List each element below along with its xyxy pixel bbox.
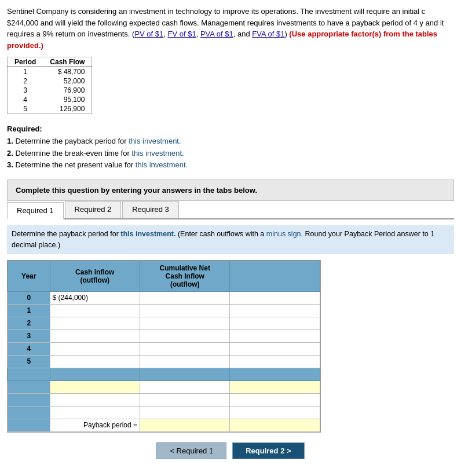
extra-row-3-cash bbox=[50, 406, 140, 419]
instruction-text: Determine the payback period for this in… bbox=[7, 225, 454, 254]
cash-flow-table: Period Cash Flow 1 $ 48,700 2 52,000 3 7… bbox=[7, 57, 92, 114]
extra-row-1-year bbox=[8, 380, 50, 393]
forward-label: Required 2 bbox=[246, 446, 284, 455]
year-2-cash-cell bbox=[50, 317, 140, 329]
year-1-cash-cell bbox=[50, 304, 140, 317]
tab-required-1[interactable]: Required 1 bbox=[7, 202, 64, 219]
payback-period-extra bbox=[230, 419, 320, 431]
year-0-dollar: $ bbox=[53, 294, 57, 302]
required-item-1: 1. Determine the payback period for this… bbox=[7, 136, 454, 148]
spacer-cell-2 bbox=[50, 368, 140, 380]
year-0-cumulative-cell bbox=[140, 291, 230, 304]
year-4-extra-cell bbox=[230, 342, 320, 355]
extra-row-3-cumulative-input[interactable] bbox=[142, 408, 227, 416]
complete-box-text: Complete this question by entering your … bbox=[16, 186, 257, 195]
year-0-cell: 0 bbox=[8, 291, 50, 304]
year-1-cash-input[interactable] bbox=[53, 306, 137, 314]
payback-period-extra-input[interactable] bbox=[232, 421, 317, 429]
year-3-cell: 3 bbox=[8, 329, 50, 342]
year-5-cumulative-input[interactable] bbox=[142, 357, 227, 365]
period-header: Period bbox=[8, 57, 43, 67]
table-row: 3 76,900 bbox=[8, 86, 92, 95]
cumulative-header: Cumulative NetCash Inflow(outflow) bbox=[140, 261, 230, 291]
period-1: 1 bbox=[8, 67, 43, 77]
year-5-extra-cell bbox=[230, 355, 320, 368]
extra-row-2-year bbox=[8, 393, 50, 406]
year-5-cash-input[interactable] bbox=[53, 357, 137, 365]
spacer-cell-1 bbox=[8, 368, 50, 380]
cashflow-header: Cash Flow bbox=[43, 57, 92, 67]
year-2-cash-input[interactable] bbox=[53, 319, 137, 327]
year-4-row: 4 bbox=[8, 342, 320, 355]
year-4-cell: 4 bbox=[8, 342, 50, 355]
extra-row-3-extra-input[interactable] bbox=[232, 408, 317, 416]
table-row: 4 95,100 bbox=[8, 95, 92, 104]
forward-arrow: > bbox=[287, 446, 291, 455]
year-4-cumulative-input[interactable] bbox=[142, 345, 227, 353]
fva-link[interactable]: FVA of $1 bbox=[252, 30, 284, 38]
tab-1-label: Required 1 bbox=[17, 206, 54, 215]
tab-required-3[interactable]: Required 3 bbox=[122, 201, 179, 218]
cashflow-1: $ 48,700 bbox=[43, 67, 92, 77]
year-3-cash-cell bbox=[50, 329, 140, 342]
extra-row-3 bbox=[8, 406, 320, 419]
year-1-cell: 1 bbox=[8, 304, 50, 317]
cash-inflow-header: Cash inflow(outflow) bbox=[50, 261, 140, 291]
year-5-row: 5 bbox=[8, 355, 320, 368]
payback-period-input-cell bbox=[140, 419, 230, 431]
year-2-extra-cell bbox=[230, 317, 320, 329]
extra-header bbox=[230, 261, 320, 291]
year-4-cumulative-cell bbox=[140, 342, 230, 355]
year-3-row: 3 bbox=[8, 329, 320, 342]
year-header: Year bbox=[8, 261, 50, 291]
year-4-cash-input[interactable] bbox=[53, 345, 137, 353]
intro-paragraph: Sentinel Company is considering an inves… bbox=[7, 6, 454, 51]
tab-2-label: Required 2 bbox=[75, 205, 112, 214]
extra-row-2-extra-input[interactable] bbox=[232, 396, 317, 404]
extra-row-1-cumulative-input[interactable] bbox=[142, 383, 227, 391]
extra-row-1-cash bbox=[50, 380, 140, 393]
payback-period-label: Payback period = bbox=[50, 419, 140, 431]
forward-button[interactable]: Required 2 > bbox=[232, 442, 304, 459]
extra-row-1-cumulative bbox=[140, 380, 230, 393]
fv-link[interactable]: FV of $1 bbox=[168, 30, 196, 38]
year-3-cumulative-cell bbox=[140, 329, 230, 342]
payback-period-row: Payback period = bbox=[8, 419, 320, 431]
extra-row-1-extra-input[interactable] bbox=[232, 383, 317, 391]
year-2-cell: 2 bbox=[8, 317, 50, 329]
payback-label-year bbox=[8, 419, 50, 431]
year-5-cell: 5 bbox=[8, 355, 50, 368]
year-0-cumulative-input[interactable] bbox=[142, 294, 227, 302]
table-row: 2 52,000 bbox=[8, 76, 92, 86]
period-4: 4 bbox=[8, 95, 43, 104]
extra-row-2-cash-input[interactable] bbox=[53, 396, 137, 404]
cashflow-3: 76,900 bbox=[43, 86, 92, 95]
tab-content: Determine the payback period for this in… bbox=[7, 219, 454, 434]
year-2-row: 2 bbox=[8, 317, 320, 329]
extra-row-1-extra bbox=[230, 380, 320, 393]
payback-label-text: Payback period = bbox=[83, 421, 137, 429]
back-button[interactable]: < Required 1 bbox=[156, 442, 226, 459]
payback-period-input[interactable] bbox=[142, 421, 227, 429]
extra-row-3-cash-input[interactable] bbox=[53, 408, 137, 416]
year-5-cash-cell bbox=[50, 355, 140, 368]
year-1-row: 1 bbox=[8, 304, 320, 317]
year-2-cumulative-input[interactable] bbox=[142, 319, 227, 327]
extra-row-2-cumulative-input[interactable] bbox=[142, 396, 227, 404]
tab-required-2[interactable]: Required 2 bbox=[65, 201, 122, 218]
navigation-buttons: < Required 1 Required 2 > bbox=[7, 442, 454, 465]
year-0-extra-cell bbox=[230, 291, 320, 304]
cashflow-2: 52,000 bbox=[43, 76, 92, 86]
extra-row-3-cumulative bbox=[140, 406, 230, 419]
instruction-main: Determine the payback period for this in… bbox=[12, 230, 434, 249]
year-0-cash-input[interactable] bbox=[58, 294, 130, 302]
back-arrow: < bbox=[170, 446, 174, 455]
extra-row-1-cash-input[interactable] bbox=[53, 383, 137, 391]
year-3-cumulative-input[interactable] bbox=[142, 332, 227, 340]
pva-link[interactable]: PVA of $1 bbox=[200, 30, 233, 38]
year-1-cumulative-input[interactable] bbox=[142, 306, 227, 314]
spacer-cell-4 bbox=[230, 368, 320, 380]
year-3-cash-input[interactable] bbox=[53, 332, 137, 340]
pv-link[interactable]: PV of $1 bbox=[134, 30, 163, 38]
year-2-cumulative-cell bbox=[140, 317, 230, 329]
